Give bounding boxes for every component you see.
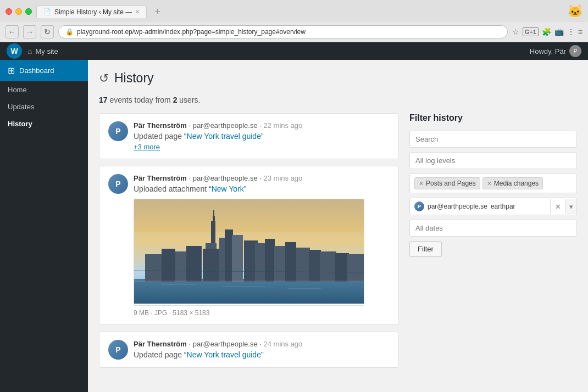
filter-user-dropdown-button[interactable]: ▾ [565, 199, 576, 214]
wp-body: ⊞ Dashboard Home Updates History ↺ Histo… [0, 60, 588, 392]
back-button[interactable]: ← [5, 25, 19, 38]
menu-icon[interactable]: ≡ [578, 27, 583, 36]
filter-tag-media: ✕ Media changes [482, 177, 543, 189]
log-level-input[interactable] [409, 152, 577, 169]
wp-logo: W [7, 43, 22, 59]
howdy-text: Howdy, Pär P [530, 45, 581, 57]
browser-chrome: 📄 Simple History ‹ My site — ✕ + 🐱 ← → ↻… [0, 0, 588, 42]
maximize-button[interactable] [25, 8, 32, 15]
cast-icon[interactable]: 📺 [554, 27, 564, 36]
browser-dots [5, 8, 32, 15]
svg-rect-28 [222, 286, 266, 287]
wp-topbar: W ⌂ My site Howdy, Pär P [0, 42, 588, 60]
filter-user-row: P par@earthpeople.se earthpar ✕ ▾ [409, 198, 577, 215]
svg-rect-11 [186, 246, 202, 282]
page-title-row: ↺ History [99, 71, 577, 86]
event-author: Pär Thernström · par@earthpeople.se · 24… [134, 340, 389, 348]
history-icon: ↺ [99, 71, 109, 86]
tab-close-icon[interactable]: ✕ [135, 9, 140, 15]
star-icon[interactable]: ☆ [512, 27, 519, 36]
search-input[interactable] [409, 131, 577, 148]
event-description: Updated page “New York travel guide” [134, 132, 389, 141]
close-button[interactable] [5, 8, 12, 15]
tab-title: Simple History ‹ My site — [54, 8, 132, 16]
svg-rect-9 [162, 249, 175, 282]
event-link[interactable]: “New York travel guide” [184, 350, 264, 359]
svg-rect-5 [213, 210, 214, 219]
svg-rect-8 [145, 254, 162, 282]
svg-rect-16 [255, 243, 266, 282]
page-title: History [114, 71, 154, 86]
svg-rect-22 [320, 251, 336, 282]
event-image-wrapper [134, 199, 364, 306]
sidebar-item-home[interactable]: Home [0, 81, 88, 98]
tag-remove-media[interactable]: ✕ [487, 180, 492, 187]
filter-title: Filter history [409, 113, 577, 123]
event-description: Updated page “New York travel guide” [134, 350, 389, 359]
gplus-icon[interactable]: G+1 [523, 27, 539, 36]
event-card: P Pär Thernström · par@earthpeople.se · … [99, 113, 398, 159]
event-header: P Pär Thernström · par@earthpeople.se · … [108, 121, 389, 151]
wp-main: ↺ History 17 events today from 2 users. … [88, 60, 588, 392]
svg-rect-21 [309, 250, 321, 282]
filter-user-email: par@earthpeople.se [428, 203, 487, 210]
event-image-meta: 9 MB · JPG · 5183 × 5183 [134, 309, 389, 317]
events-count: 17 [99, 96, 108, 104]
house-icon[interactable]: ⌂ [27, 47, 32, 55]
svg-rect-7 [203, 249, 219, 282]
filter-user-username: earthpar [491, 203, 515, 210]
event-card: P Pär Thernström · par@earthpeople.se · … [99, 332, 398, 368]
svg-rect-19 [285, 242, 296, 282]
svg-rect-20 [296, 248, 310, 282]
extensions-icon[interactable]: 🧩 [542, 27, 551, 36]
filter-button[interactable]: Filter [409, 241, 442, 257]
filter-user-remove-button[interactable]: ✕ [550, 199, 565, 214]
site-name[interactable]: My site [35, 47, 58, 55]
filter-tag-posts: ✕ Posts and Pages [414, 177, 480, 189]
event-image [134, 199, 364, 304]
tab-favicon: 📄 [43, 8, 51, 15]
refresh-button[interactable]: ↻ [41, 25, 54, 38]
sidebar-item-history[interactable]: History [0, 115, 88, 132]
address-bar[interactable]: 🔒 playground-root.ep/wp-admin/index.php?… [58, 25, 508, 38]
svg-rect-23 [335, 253, 349, 282]
svg-rect-29 [288, 288, 321, 289]
minimize-button[interactable] [15, 8, 22, 15]
event-meta: Pär Thernström · par@earthpeople.se · 23… [134, 174, 389, 317]
dates-input[interactable] [409, 220, 577, 237]
svg-rect-26 [134, 281, 364, 282]
sidebar-dashboard[interactable]: ⊞ Dashboard [0, 60, 88, 81]
svg-rect-2 [134, 279, 364, 304]
sidebar-item-updates[interactable]: Updates [0, 98, 88, 115]
svg-rect-13 [225, 229, 233, 282]
filter-tags: ✕ Posts and Pages ✕ Media changes [409, 173, 577, 193]
event-meta: Pär Thernström · par@earthpeople.se · 24… [134, 340, 389, 359]
events-list: P Pär Thernström · par@earthpeople.se · … [99, 113, 398, 374]
svg-rect-10 [175, 251, 186, 282]
user-avatar: P [569, 45, 581, 57]
event-header: P Pär Thernström · par@earthpeople.se · … [108, 174, 389, 317]
forward-button[interactable]: → [23, 25, 36, 38]
new-tab-button[interactable]: + [151, 6, 164, 18]
event-link[interactable]: “New York travel guide” [184, 132, 264, 141]
content-grid: P Pär Thernström · par@earthpeople.se · … [99, 113, 577, 374]
browser-tab[interactable]: 📄 Simple History ‹ My site — ✕ [36, 5, 147, 18]
svg-rect-24 [347, 254, 364, 282]
avatar: P [108, 174, 128, 194]
browser-toolbar: ← → ↻ 🔒 playground-root.ep/wp-admin/inde… [0, 22, 588, 42]
event-header: P Pär Thernström · par@earthpeople.se · … [108, 340, 389, 360]
events-summary: 17 events today from 2 users. [99, 96, 577, 104]
dashboard-icon: ⊞ [8, 65, 15, 76]
wp-sidebar: ⊞ Dashboard Home Updates History [0, 60, 88, 392]
svg-rect-27 [162, 284, 195, 285]
avatar: P [108, 121, 128, 141]
svg-rect-17 [265, 239, 275, 282]
more-icon[interactable]: ⋮ [567, 27, 575, 36]
event-meta: Pär Thernström · par@earthpeople.se · 22… [134, 121, 389, 151]
event-link[interactable]: “New York” [209, 184, 247, 193]
event-description: Uploaded attachment “New York” [134, 184, 389, 193]
dashboard-label: Dashboard [19, 66, 54, 75]
tag-remove-posts[interactable]: ✕ [419, 180, 424, 187]
event-more-link[interactable]: +3 more [134, 143, 389, 151]
event-author: Pär Thernström · par@earthpeople.se · 22… [134, 121, 389, 130]
